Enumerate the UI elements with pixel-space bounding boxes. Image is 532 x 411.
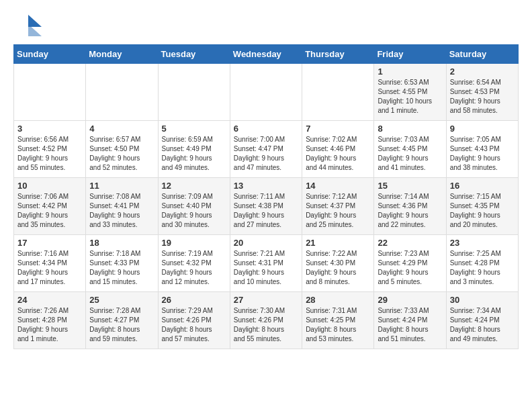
day-number: 14 <box>306 181 370 191</box>
day-info: Sunrise: 7:23 AM Sunset: 4:29 PM Dayligh… <box>378 249 442 287</box>
day-header-wednesday: Wednesday <box>230 45 302 64</box>
day-info: Sunrise: 7:22 AM Sunset: 4:30 PM Dayligh… <box>306 249 370 287</box>
svg-marker-0 <box>28 15 42 27</box>
calendar-cell: 4Sunrise: 6:57 AM Sunset: 4:50 PM Daylig… <box>86 121 158 178</box>
day-number: 29 <box>378 295 442 305</box>
calendar-cell: 24Sunrise: 7:26 AM Sunset: 4:28 PM Dayli… <box>14 292 86 349</box>
calendar-cell: 9Sunrise: 7:05 AM Sunset: 4:43 PM Daylig… <box>446 121 518 178</box>
day-number: 5 <box>162 124 226 134</box>
day-info: Sunrise: 7:25 AM Sunset: 4:28 PM Dayligh… <box>450 249 515 287</box>
calendar-cell: 10Sunrise: 7:06 AM Sunset: 4:42 PM Dayli… <box>14 178 86 235</box>
day-info: Sunrise: 7:00 AM Sunset: 4:47 PM Dayligh… <box>234 135 298 173</box>
calendar-week-3: 10Sunrise: 7:06 AM Sunset: 4:42 PM Dayli… <box>14 178 519 235</box>
day-info: Sunrise: 7:15 AM Sunset: 4:35 PM Dayligh… <box>450 192 515 230</box>
day-info: Sunrise: 6:56 AM Sunset: 4:52 PM Dayligh… <box>17 135 82 173</box>
day-info: Sunrise: 6:53 AM Sunset: 4:55 PM Dayligh… <box>378 78 442 116</box>
day-info: Sunrise: 7:14 AM Sunset: 4:36 PM Dayligh… <box>378 192 442 230</box>
calendar-cell: 19Sunrise: 7:19 AM Sunset: 4:32 PM Dayli… <box>158 235 230 292</box>
day-header-monday: Monday <box>86 45 158 64</box>
day-info: Sunrise: 7:09 AM Sunset: 4:40 PM Dayligh… <box>162 192 226 230</box>
day-number: 1 <box>378 66 442 77</box>
calendar-cell <box>230 64 302 121</box>
logo <box>13 13 44 38</box>
calendar-week-2: 3Sunrise: 6:56 AM Sunset: 4:52 PM Daylig… <box>14 121 519 178</box>
calendar-cell: 15Sunrise: 7:14 AM Sunset: 4:36 PM Dayli… <box>374 178 446 235</box>
day-info: Sunrise: 7:08 AM Sunset: 4:41 PM Dayligh… <box>89 192 154 230</box>
day-info: Sunrise: 6:59 AM Sunset: 4:49 PM Dayligh… <box>162 135 226 173</box>
day-header-sunday: Sunday <box>14 45 86 64</box>
day-number: 2 <box>450 66 515 77</box>
calendar-cell: 20Sunrise: 7:21 AM Sunset: 4:31 PM Dayli… <box>230 235 302 292</box>
calendar-cell: 8Sunrise: 7:03 AM Sunset: 4:45 PM Daylig… <box>374 121 446 178</box>
calendar-cell: 1Sunrise: 6:53 AM Sunset: 4:55 PM Daylig… <box>374 64 446 121</box>
calendar-cell: 26Sunrise: 7:29 AM Sunset: 4:26 PM Dayli… <box>158 292 230 349</box>
day-info: Sunrise: 7:21 AM Sunset: 4:31 PM Dayligh… <box>234 249 298 287</box>
day-number: 23 <box>450 238 515 248</box>
calendar-cell: 28Sunrise: 7:31 AM Sunset: 4:25 PM Dayli… <box>302 292 374 349</box>
calendar-cell: 30Sunrise: 7:34 AM Sunset: 4:24 PM Dayli… <box>446 292 518 349</box>
day-number: 9 <box>450 124 515 134</box>
day-number: 21 <box>306 238 370 248</box>
day-info: Sunrise: 7:28 AM Sunset: 4:27 PM Dayligh… <box>89 306 154 344</box>
calendar-cell: 6Sunrise: 7:00 AM Sunset: 4:47 PM Daylig… <box>230 121 302 178</box>
day-header-tuesday: Tuesday <box>158 45 230 64</box>
day-info: Sunrise: 7:33 AM Sunset: 4:24 PM Dayligh… <box>378 306 442 344</box>
day-number: 4 <box>89 124 154 134</box>
calendar-cell <box>14 64 86 121</box>
day-info: Sunrise: 7:30 AM Sunset: 4:26 PM Dayligh… <box>234 306 298 344</box>
day-number: 24 <box>17 295 82 305</box>
calendar-cell: 23Sunrise: 7:25 AM Sunset: 4:28 PM Dayli… <box>446 235 518 292</box>
day-header-saturday: Saturday <box>446 45 518 64</box>
day-number: 30 <box>450 295 515 305</box>
day-number: 18 <box>89 238 154 248</box>
day-info: Sunrise: 7:16 AM Sunset: 4:34 PM Dayligh… <box>17 249 82 287</box>
day-number: 28 <box>306 295 370 305</box>
day-info: Sunrise: 7:26 AM Sunset: 4:28 PM Dayligh… <box>17 306 82 344</box>
day-info: Sunrise: 7:02 AM Sunset: 4:46 PM Dayligh… <box>306 135 370 173</box>
day-number: 10 <box>17 181 82 191</box>
day-header-friday: Friday <box>374 45 446 64</box>
calendar-cell: 7Sunrise: 7:02 AM Sunset: 4:46 PM Daylig… <box>302 121 374 178</box>
day-number: 26 <box>162 295 226 305</box>
day-number: 19 <box>162 238 226 248</box>
day-number: 6 <box>234 124 298 134</box>
calendar-week-1: 1Sunrise: 6:53 AM Sunset: 4:55 PM Daylig… <box>14 64 519 121</box>
day-number: 13 <box>234 181 298 191</box>
page-header <box>13 11 519 38</box>
calendar-cell: 5Sunrise: 6:59 AM Sunset: 4:49 PM Daylig… <box>158 121 230 178</box>
day-header-thursday: Thursday <box>302 45 374 64</box>
calendar-cell: 11Sunrise: 7:08 AM Sunset: 4:41 PM Dayli… <box>86 178 158 235</box>
day-number: 3 <box>17 124 82 134</box>
day-info: Sunrise: 6:54 AM Sunset: 4:53 PM Dayligh… <box>450 78 515 116</box>
day-info: Sunrise: 7:18 AM Sunset: 4:33 PM Dayligh… <box>89 249 154 287</box>
calendar-cell: 27Sunrise: 7:30 AM Sunset: 4:26 PM Dayli… <box>230 292 302 349</box>
day-number: 17 <box>17 238 82 248</box>
day-info: Sunrise: 7:19 AM Sunset: 4:32 PM Dayligh… <box>162 249 226 287</box>
calendar-cell: 29Sunrise: 7:33 AM Sunset: 4:24 PM Dayli… <box>374 292 446 349</box>
calendar-cell: 25Sunrise: 7:28 AM Sunset: 4:27 PM Dayli… <box>86 292 158 349</box>
calendar-cell <box>302 64 374 121</box>
day-info: Sunrise: 7:29 AM Sunset: 4:26 PM Dayligh… <box>162 306 226 344</box>
calendar-week-4: 17Sunrise: 7:16 AM Sunset: 4:34 PM Dayli… <box>14 235 519 292</box>
calendar-cell: 3Sunrise: 6:56 AM Sunset: 4:52 PM Daylig… <box>14 121 86 178</box>
calendar-cell: 13Sunrise: 7:11 AM Sunset: 4:38 PM Dayli… <box>230 178 302 235</box>
calendar-header: SundayMondayTuesdayWednesdayThursdayFrid… <box>14 45 519 64</box>
calendar-cell <box>86 64 158 121</box>
calendar-cell: 2Sunrise: 6:54 AM Sunset: 4:53 PM Daylig… <box>446 64 518 121</box>
calendar-cell: 16Sunrise: 7:15 AM Sunset: 4:35 PM Dayli… <box>446 178 518 235</box>
day-info: Sunrise: 7:31 AM Sunset: 4:25 PM Dayligh… <box>306 306 370 344</box>
calendar-week-5: 24Sunrise: 7:26 AM Sunset: 4:28 PM Dayli… <box>14 292 519 349</box>
calendar-cell: 17Sunrise: 7:16 AM Sunset: 4:34 PM Dayli… <box>14 235 86 292</box>
calendar-cell: 12Sunrise: 7:09 AM Sunset: 4:40 PM Dayli… <box>158 178 230 235</box>
day-number: 16 <box>450 181 515 191</box>
day-info: Sunrise: 7:03 AM Sunset: 4:45 PM Dayligh… <box>378 135 442 173</box>
calendar-cell: 21Sunrise: 7:22 AM Sunset: 4:30 PM Dayli… <box>302 235 374 292</box>
day-number: 20 <box>234 238 298 248</box>
calendar-cell: 22Sunrise: 7:23 AM Sunset: 4:29 PM Dayli… <box>374 235 446 292</box>
calendar-cell: 18Sunrise: 7:18 AM Sunset: 4:33 PM Dayli… <box>86 235 158 292</box>
day-number: 15 <box>378 181 442 191</box>
day-number: 25 <box>89 295 154 305</box>
calendar-body: 1Sunrise: 6:53 AM Sunset: 4:55 PM Daylig… <box>14 64 519 349</box>
calendar-table: SundayMondayTuesdayWednesdayThursdayFrid… <box>13 44 519 349</box>
day-headers-row: SundayMondayTuesdayWednesdayThursdayFrid… <box>14 45 519 64</box>
